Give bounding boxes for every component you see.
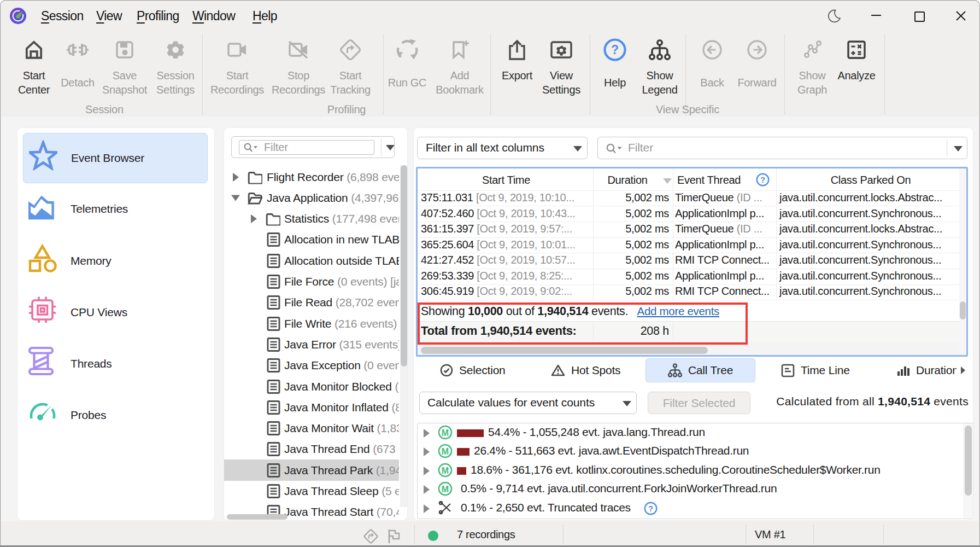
svg-text:?: ? bbox=[648, 504, 653, 513]
svg-text:M: M bbox=[442, 428, 449, 438]
svg-text:M: M bbox=[442, 485, 449, 494]
svg-text:M: M bbox=[442, 466, 449, 475]
svg-text:?: ? bbox=[611, 43, 619, 57]
svg-text:M: M bbox=[442, 447, 449, 456]
svg-text:?: ? bbox=[760, 175, 765, 184]
